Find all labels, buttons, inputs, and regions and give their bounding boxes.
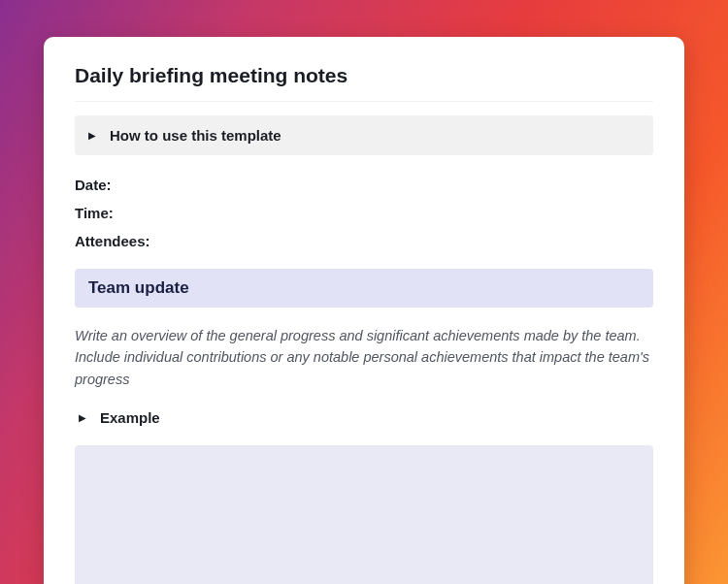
triangle-right-icon: ▶ — [79, 413, 86, 423]
team-update-textarea[interactable] — [75, 445, 653, 584]
example-label: Example — [100, 409, 160, 426]
team-update-title: Team update — [88, 278, 640, 298]
document-card: Daily briefing meeting notes ▶ How to us… — [44, 37, 684, 584]
team-update-description: Write an overview of the general progres… — [75, 325, 653, 390]
example-toggle[interactable]: ▶ Example — [75, 407, 653, 428]
meta-block: Date: Time: Attendees: — [75, 177, 653, 249]
time-label[interactable]: Time: — [75, 205, 653, 221]
team-update-header: Team update — [75, 269, 653, 308]
attendees-label[interactable]: Attendees: — [75, 233, 653, 249]
how-to-label: How to use this template — [110, 127, 281, 144]
triangle-right-icon: ▶ — [88, 131, 96, 141]
how-to-toggle[interactable]: ▶ How to use this template — [75, 115, 653, 155]
page-title: Daily briefing meeting notes — [75, 64, 653, 102]
date-label[interactable]: Date: — [75, 177, 653, 193]
